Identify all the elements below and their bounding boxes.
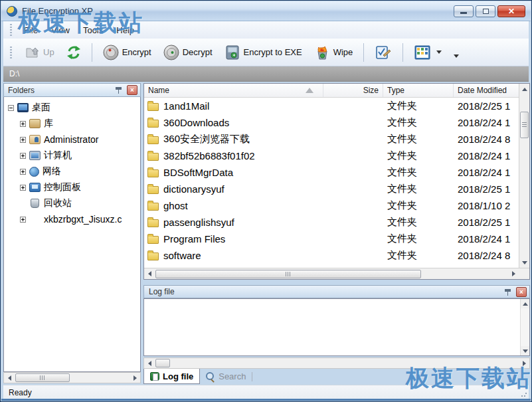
tree-item[interactable]: 计算机 xyxy=(4,148,140,163)
tree-hscrollbar[interactable] xyxy=(3,372,141,383)
sort-ascending-icon xyxy=(306,88,313,93)
scroll-down-button[interactable] xyxy=(521,346,529,355)
view-mode-button[interactable] xyxy=(410,42,446,63)
column-header-date[interactable]: Date Modified xyxy=(454,84,519,97)
tree-item-label: xkbzrbgxt_Jisuxz.c xyxy=(44,214,122,225)
file-row[interactable]: 360Downloads 文件夹 2018/2/24 1 xyxy=(144,114,519,131)
scroll-left-button[interactable] xyxy=(4,373,15,383)
up-button[interactable]: Up xyxy=(21,43,58,62)
column-header-size[interactable]: Size xyxy=(323,84,383,97)
log-vscrollbar[interactable] xyxy=(520,299,529,355)
column-header-type[interactable]: Type xyxy=(383,84,454,97)
refresh-icon xyxy=(66,45,81,60)
scroll-up-button[interactable] xyxy=(521,299,529,308)
log-content[interactable] xyxy=(144,299,520,355)
minimize-button[interactable] xyxy=(454,5,474,17)
window-bottom-frame xyxy=(1,399,531,401)
file-row[interactable]: BDSoftMgrData 文件夹 2018/2/24 1 xyxy=(144,164,519,181)
file-row[interactable]: ghost 文件夹 2018/1/10 2 xyxy=(144,197,519,214)
pushpin-icon[interactable] xyxy=(504,288,512,296)
scroll-left-button[interactable] xyxy=(144,358,155,368)
close-button[interactable]: ✕ xyxy=(497,5,525,17)
scroll-right-button[interactable] xyxy=(508,268,519,279)
user-icon xyxy=(29,135,41,144)
tree-item-label: Administrator xyxy=(44,134,98,145)
scroll-right-button[interactable] xyxy=(519,358,529,368)
menubar-gripper[interactable] xyxy=(10,24,12,36)
file-row[interactable]: Program Files 文件夹 2018/2/24 1 xyxy=(144,231,519,247)
pushpin-icon[interactable] xyxy=(115,86,123,94)
tree-item[interactable]: 控制面板 xyxy=(4,179,140,195)
app-icon xyxy=(7,6,17,17)
expander-icon[interactable] xyxy=(20,169,26,175)
toolbar-separator xyxy=(363,43,364,62)
menu-view[interactable]: View xyxy=(44,23,76,37)
decrypt-button[interactable]: Decrypt xyxy=(159,42,217,63)
file-row[interactable]: 382bf52b6883f01f02 文件夹 2018/2/24 1 xyxy=(144,148,519,164)
maximize-icon xyxy=(483,9,489,14)
toolbar-gripper[interactable] xyxy=(10,47,12,58)
file-type: 文件夹 xyxy=(383,100,454,112)
tab-search[interactable]: Search xyxy=(200,369,252,384)
file-date: 2018/2/24 1 xyxy=(454,150,519,161)
tree-item[interactable]: Administrator xyxy=(4,132,140,148)
encrypt-button[interactable]: Encrypt xyxy=(99,42,155,63)
file-row[interactable]: dictionarysyuf 文件夹 2018/2/25 1 xyxy=(144,181,519,197)
tree-item[interactable]: 桌面 xyxy=(4,100,140,116)
view-grid-icon xyxy=(414,45,431,60)
tree-item[interactable]: 网络 xyxy=(4,163,140,179)
folders-close-button[interactable]: × xyxy=(127,85,137,95)
list-vscrollbar[interactable] xyxy=(519,84,529,268)
scrollbar-thumb[interactable] xyxy=(15,373,70,382)
menu-help[interactable]: Help xyxy=(110,23,141,37)
tree-item[interactable]: 库 xyxy=(4,116,140,132)
desktop-icon xyxy=(17,103,29,112)
file-date: 2018/2/24 8 xyxy=(454,134,519,145)
log-close-button[interactable]: × xyxy=(516,287,527,297)
list-hscrollbar[interactable] xyxy=(144,268,519,279)
tree-item[interactable]: xkbzrbgxt_Jisuxz.c xyxy=(4,211,140,227)
checksum-button[interactable] xyxy=(371,42,396,63)
titlebar[interactable]: File Encryption XP ✕ xyxy=(1,1,531,21)
encrypt-to-exe-button[interactable]: Encrypt to EXE xyxy=(221,42,306,63)
tree-item-label: 回收站 xyxy=(44,197,72,209)
scroll-left-button[interactable] xyxy=(144,268,155,279)
column-header-name[interactable]: Name xyxy=(144,84,323,97)
safe-exe-icon xyxy=(224,45,240,60)
refresh-button[interactable] xyxy=(62,43,85,62)
toolbar-overflow-button[interactable] xyxy=(454,54,459,58)
maximize-button[interactable] xyxy=(476,5,495,17)
menu-tools[interactable]: Tools xyxy=(76,23,110,37)
file-type: 文件夹 xyxy=(383,216,454,229)
expander-icon[interactable] xyxy=(20,121,26,127)
resize-grip[interactable] xyxy=(521,391,527,397)
triangle-down-icon xyxy=(523,350,528,353)
library-icon xyxy=(29,119,41,128)
folders-panel: Folders × 桌面 库 Administrator 计算机 网络 控制面板… xyxy=(3,83,141,383)
file-row[interactable]: 1and1Mail 文件夹 2018/2/25 1 xyxy=(144,98,519,114)
tab-log-file[interactable]: Log file xyxy=(143,369,200,384)
file-row[interactable]: software 文件夹 2018/2/24 8 xyxy=(144,247,519,264)
scrollbar-thumb[interactable] xyxy=(155,359,170,367)
scroll-up-button[interactable] xyxy=(519,84,529,94)
folder-icon xyxy=(147,219,159,227)
scrollbar-thumb[interactable] xyxy=(155,270,421,278)
log-hscrollbar[interactable] xyxy=(143,357,530,369)
expander-icon[interactable] xyxy=(20,185,26,191)
scroll-down-button[interactable] xyxy=(519,257,529,268)
expander-icon[interactable] xyxy=(20,153,26,159)
expander-icon[interactable] xyxy=(20,137,26,143)
scrollbar-thumb[interactable] xyxy=(520,112,529,138)
expander-icon[interactable] xyxy=(20,217,26,223)
file-list: Name Size Type Date Modified 1and1Mail xyxy=(143,83,530,280)
scroll-right-button[interactable] xyxy=(130,373,140,383)
triangle-up-icon xyxy=(523,302,528,306)
expander-icon[interactable] xyxy=(8,105,14,111)
window-title: File Encryption XP xyxy=(22,6,93,16)
tree-item[interactable]: 回收站 xyxy=(4,195,140,211)
file-row[interactable]: passenglishsyuf 文件夹 2018/2/25 1 xyxy=(144,214,519,231)
address-bar[interactable]: D:\ xyxy=(3,66,529,82)
file-row[interactable]: 360安全浏览器下载 文件夹 2018/2/24 8 xyxy=(144,131,519,148)
wipe-button[interactable]: Wipe xyxy=(310,42,357,63)
menu-file[interactable]: File xyxy=(17,23,44,37)
